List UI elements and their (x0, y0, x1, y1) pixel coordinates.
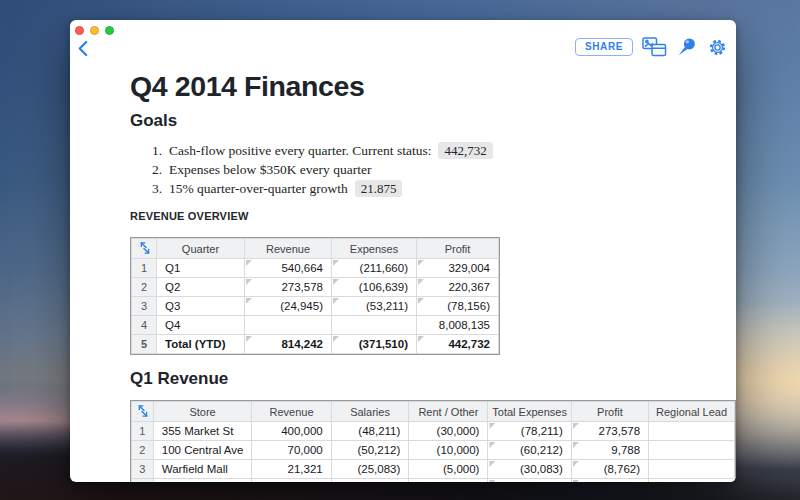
document-title[interactable]: Q4 2014 Finances (130, 70, 364, 102)
documents-icon[interactable] (642, 37, 667, 57)
row-number[interactable]: 1 (132, 422, 154, 441)
table-cell[interactable] (252, 479, 331, 483)
table-cell[interactable]: (78,211) (488, 422, 571, 441)
table-cell[interactable]: 273,578 (571, 422, 648, 441)
table-cell[interactable]: 355 Market St (153, 422, 252, 441)
table-cell[interactable]: 814,242 (245, 335, 332, 354)
table-cell[interactable]: (48,211) (331, 422, 409, 441)
table-cell[interactable] (571, 479, 648, 483)
share-button[interactable]: SHARE (575, 38, 633, 56)
table-cell[interactable]: (8,762) (571, 460, 648, 479)
table-row: 4Q48,008,135 (132, 316, 499, 335)
table-cell[interactable]: 21,321 (252, 460, 331, 479)
row-number[interactable]: 5 (132, 335, 157, 354)
settings-gear-icon[interactable] (707, 37, 728, 58)
table-cell[interactable] (649, 441, 735, 460)
table-cell[interactable]: (10,000) (409, 441, 488, 460)
table-cell[interactable]: 100 Central Ave (153, 441, 252, 460)
table-cell[interactable]: 9,788 (571, 441, 648, 460)
table-cell[interactable] (332, 316, 417, 335)
table-cell[interactable]: Q4 (157, 316, 245, 335)
table-cell[interactable]: 442,732 (417, 335, 499, 354)
table-row: 1Q1540,664(211,660)329,004 (132, 259, 499, 278)
table-cell[interactable]: (30,000) (409, 422, 488, 441)
row-number[interactable]: 2 (132, 278, 157, 297)
q1-revenue-heading[interactable]: Q1 Revenue (130, 368, 228, 390)
table-cell[interactable] (331, 479, 409, 483)
list-number: 1. (145, 143, 162, 159)
table-cell[interactable]: 273,578 (245, 278, 332, 297)
row-number[interactable]: 4 (132, 316, 157, 335)
table-row: 2100 Central Ave70,000(50,212)(10,000)(6… (132, 441, 735, 460)
table-cell[interactable]: 540,664 (245, 259, 332, 278)
value-badge[interactable]: 442,732 (438, 142, 492, 159)
table-cell[interactable]: 400,000 (252, 422, 331, 441)
table-cell[interactable]: Q1 (157, 259, 245, 278)
table-cell[interactable]: (5,000) (409, 460, 488, 479)
table-cell[interactable]: (60,212) (488, 441, 571, 460)
table-cell[interactable]: 70,000 (252, 441, 331, 460)
table-cell[interactable]: 329,004 (417, 259, 499, 278)
table-row: 3Q3(24,945)(53,211)(78,156) (132, 297, 499, 316)
goal-text[interactable]: Expenses below $350K every quarter (169, 162, 371, 178)
row-number[interactable]: 3 (132, 297, 157, 316)
zoom-button[interactable] (105, 26, 114, 35)
column-header[interactable]: Profit (417, 239, 499, 259)
goal-item[interactable]: 2. Expenses below $350K every quarter (145, 160, 493, 179)
table-cell[interactable]: 8,008,135 (417, 316, 499, 335)
table-cell[interactable]: Q2 (157, 278, 245, 297)
table-cell[interactable]: (50,212) (331, 441, 409, 460)
table-corner-cell[interactable] (132, 239, 157, 259)
column-header[interactable]: Rent / Other (409, 402, 488, 422)
column-header[interactable]: Revenue (252, 402, 331, 422)
back-chevron-icon (76, 40, 89, 57)
table-cell[interactable] (245, 316, 332, 335)
column-header[interactable]: Salaries (331, 402, 409, 422)
goals-heading[interactable]: Goals (130, 110, 177, 132)
goal-item[interactable]: 3. 15% quarter-over-quarter growth 21.87… (145, 179, 493, 198)
row-number[interactable]: 3 (132, 460, 154, 479)
table-cell[interactable]: (371,510) (332, 335, 417, 354)
close-button[interactable] (75, 26, 84, 35)
goal-text[interactable]: 15% quarter-over-quarter growth (169, 181, 348, 197)
table-cell[interactable]: (78,156) (417, 297, 499, 316)
table-cell[interactable]: (106,639) (332, 278, 417, 297)
column-header[interactable]: Store (153, 402, 252, 422)
table-cell[interactable] (649, 422, 735, 441)
back-button[interactable] (73, 38, 91, 58)
column-header[interactable]: Revenue (245, 239, 332, 259)
pin-icon[interactable] (676, 36, 698, 58)
table-cell[interactable] (488, 479, 571, 483)
table-cell[interactable]: (30,083) (488, 460, 571, 479)
table-cell[interactable]: 220,367 (417, 278, 499, 297)
table-cell[interactable]: (211,660) (332, 259, 417, 278)
expand-arrows-icon (138, 241, 151, 254)
minimize-button[interactable] (90, 26, 99, 35)
table-cell[interactable] (649, 460, 735, 479)
column-header[interactable]: Profit (571, 402, 648, 422)
column-header[interactable]: Total Expenses (488, 402, 571, 422)
table-cell[interactable]: (24,945) (245, 297, 332, 316)
window-controls (75, 26, 114, 35)
column-header[interactable]: Expenses (332, 239, 417, 259)
table-cell[interactable] (409, 479, 488, 483)
list-number: 2. (145, 162, 162, 178)
table-cell[interactable]: Q3 (157, 297, 245, 316)
goal-text[interactable]: Cash-flow positive every quarter. Curren… (169, 143, 431, 159)
column-header[interactable]: Regional Lead (649, 402, 735, 422)
table-cell[interactable]: Warfield Mall (153, 460, 252, 479)
table-cell[interactable] (649, 479, 735, 483)
value-badge[interactable]: 21.875 (355, 180, 403, 197)
table-cell[interactable]: Total (YTD) (157, 335, 245, 354)
goal-item[interactable]: 1. Cash-flow positive every quarter. Cur… (145, 141, 493, 160)
row-number[interactable]: 1 (132, 259, 157, 278)
row-number[interactable]: 2 (132, 441, 154, 460)
table-row: 2Q2273,578(106,639)220,367 (132, 278, 499, 297)
column-header[interactable]: Quarter (157, 239, 245, 259)
table-corner-cell[interactable] (132, 402, 154, 422)
list-number: 3. (145, 181, 162, 197)
table-cell[interactable] (153, 479, 252, 483)
table-cell[interactable]: (25,083) (331, 460, 409, 479)
row-number[interactable]: 4 (132, 479, 154, 483)
table-cell[interactable]: (53,211) (332, 297, 417, 316)
